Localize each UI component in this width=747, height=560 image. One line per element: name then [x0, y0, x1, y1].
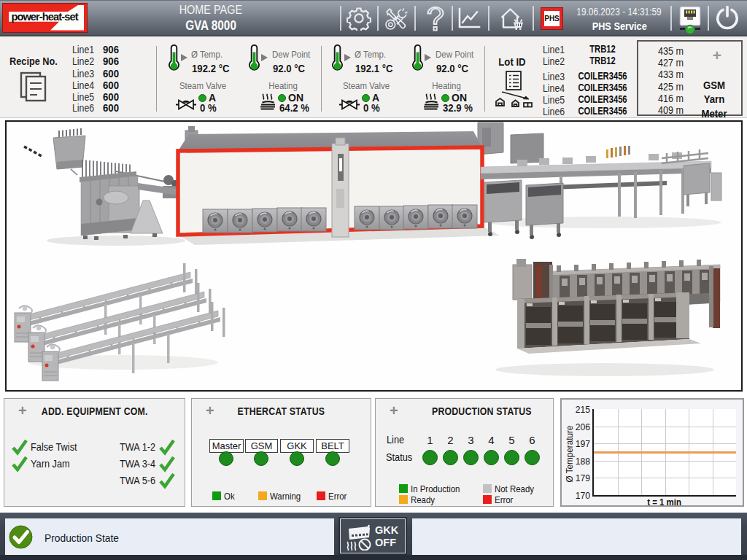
- svg-text:power-heat-set: power-heat-set: [11, 11, 78, 23]
